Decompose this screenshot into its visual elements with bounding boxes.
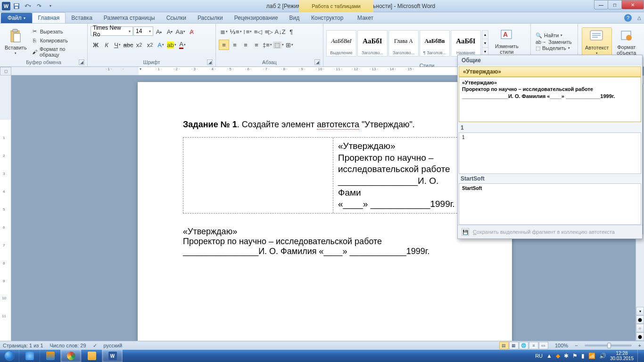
style-item[interactable]: АаБбВв¶ Заголов... <box>420 30 450 57</box>
align-center-button[interactable]: ≡ <box>230 40 240 50</box>
find-button[interactable]: 🔍Найти▾ <box>536 33 572 39</box>
align-right-button[interactable]: ≡ <box>240 40 251 50</box>
clear-formatting-button[interactable]: A̷ <box>186 26 197 37</box>
zoom-out-button[interactable]: − <box>575 343 578 348</box>
format-painter-button[interactable]: 🖌Формат по образцу <box>31 46 85 58</box>
taskbar-ie[interactable] <box>19 350 40 362</box>
tab-mailings[interactable]: Рассылки <box>192 13 229 23</box>
minimize-button[interactable]: — <box>594 0 608 9</box>
tab-insert[interactable]: Вставка <box>66 13 98 23</box>
superscript-button[interactable]: x2 <box>145 40 155 50</box>
view-print-layout[interactable]: ▤ <box>499 342 509 349</box>
tab-pagelayout[interactable]: Разметка страницы <box>98 13 161 23</box>
qat-undo-button[interactable]: ↶▾ <box>23 1 33 11</box>
status-page[interactable]: Страница: 1 из 1 <box>3 343 43 348</box>
style-item[interactable]: АаБбВвІВыделение <box>326 30 356 57</box>
view-web[interactable]: 🌐 <box>519 342 528 349</box>
status-language[interactable]: русский <box>104 343 122 348</box>
tray-app-icon[interactable]: ◆ <box>556 353 560 359</box>
line-spacing-button[interactable]: ‡≡▾ <box>262 40 272 50</box>
strikethrough-button[interactable]: abc <box>123 40 133 50</box>
show-desktop-button[interactable] <box>637 350 641 362</box>
style-item[interactable]: АаБбІЗаголово... <box>357 30 388 57</box>
tray-action-center-icon[interactable]: ⚑ <box>572 353 578 359</box>
grow-font-button[interactable]: A▴ <box>154 26 164 37</box>
gallery-up-button[interactable]: ▴ <box>482 31 488 39</box>
document-table[interactable]: «Утверждаю» Проректор по научно – исслед… <box>183 137 467 214</box>
italic-button[interactable]: К <box>101 40 112 50</box>
numbering-button[interactable]: ⅓≡▾ <box>230 26 242 37</box>
status-words[interactable]: Число слов: 29 <box>50 343 86 348</box>
font-size-combo[interactable]: 14▾ <box>133 26 153 36</box>
scroll-down-button[interactable]: ▾ <box>636 307 644 315</box>
tab-design[interactable]: Конструктор <box>305 13 349 23</box>
taskbar-media[interactable] <box>40 350 60 362</box>
status-proofing-icon[interactable]: ✓ <box>93 343 97 349</box>
tray-battery-icon[interactable]: ▮ <box>581 353 585 359</box>
tab-layout[interactable]: Макет <box>352 13 379 23</box>
copy-button[interactable]: ⎘Копировать <box>31 37 85 44</box>
autotext-item-approve[interactable]: «Утверждаю» <box>459 66 641 77</box>
tray-network-icon[interactable]: 📶 <box>588 353 595 359</box>
tab-view[interactable]: Вид <box>283 13 305 23</box>
replace-button[interactable]: ab→Заменить <box>536 39 572 45</box>
multilevel-button[interactable]: ⫶≡▾ <box>242 26 253 37</box>
clipboard-dialog-launcher[interactable]: ◢ <box>79 59 84 65</box>
table-cell-left[interactable] <box>183 138 333 213</box>
browse-object-button[interactable]: ○ <box>636 324 644 332</box>
bullets-button[interactable]: ≣▾ <box>219 26 229 37</box>
subscript-button[interactable]: x2 <box>134 40 144 50</box>
zoom-slider[interactable] <box>585 345 632 346</box>
borders-button[interactable]: ⊞▾ <box>284 40 295 50</box>
style-item[interactable]: АаБбІНазвание <box>451 30 481 57</box>
autotext-item-1[interactable]: 1 <box>459 132 641 174</box>
help-icon[interactable]: ? <box>624 14 632 22</box>
cut-button[interactable]: ✂Вырезать <box>31 28 85 35</box>
zoom-in-button[interactable]: + <box>638 343 641 348</box>
tray-volume-icon[interactable]: 🔊 <box>599 353 606 359</box>
justify-button[interactable]: ≡ <box>251 40 262 50</box>
style-item[interactable]: Глава АЗаголово... <box>388 30 419 57</box>
close-button[interactable]: ✕ <box>621 0 644 9</box>
tray-clock[interactable]: 12:28 30.03.2015 <box>610 351 634 361</box>
autotext-item-preview[interactable]: «Утверждаю» Проректор по научно – исслед… <box>459 77 641 122</box>
tray-flag-icon[interactable]: ▲ <box>546 353 552 359</box>
shading-button[interactable]: ⬚▾ <box>273 40 284 50</box>
next-page-button[interactable]: ⬤ <box>636 332 644 341</box>
select-button[interactable]: ⬚Выделить▾ <box>536 45 572 51</box>
shrink-font-button[interactable]: A▾ <box>165 26 175 37</box>
font-dialog-launcher[interactable]: ◢ <box>207 59 213 65</box>
show-marks-button[interactable]: ¶ <box>286 26 297 37</box>
text-effects-button[interactable]: A▾ <box>156 40 166 50</box>
paste-button[interactable]: Вставить▾ <box>2 28 30 56</box>
gallery-down-button[interactable]: ▾ <box>482 39 488 48</box>
zoom-level[interactable]: 100% <box>555 343 568 348</box>
tab-home[interactable]: Главная <box>32 12 66 23</box>
document-body-text[interactable]: «Утверждаю» Проректор по научно – исслед… <box>183 227 467 256</box>
bold-button[interactable]: Ж <box>91 40 101 50</box>
paragraph-dialog-launcher[interactable]: ◢ <box>314 59 320 65</box>
view-fullscreen[interactable]: ▦ <box>509 342 519 349</box>
align-left-button[interactable]: ≡ <box>219 40 229 50</box>
vertical-ruler[interactable]: 1 2 3 4 5 6 7 8 9 10 11 <box>0 75 11 341</box>
ruler-corner[interactable]: ◻ <box>0 67 11 75</box>
view-draft[interactable]: ▭ <box>539 342 548 349</box>
page[interactable]: Задание № 1. Создайте элемент автотекста… <box>138 82 512 341</box>
qat-redo-button[interactable]: ↷ <box>34 1 44 11</box>
underline-button[interactable]: Ч▾ <box>112 40 123 50</box>
zoom-slider-thumb[interactable] <box>607 343 611 348</box>
format-object-button[interactable]: Формат объекта <box>614 27 639 57</box>
taskbar-explorer[interactable] <box>81 350 102 362</box>
maximize-button[interactable]: □ <box>608 0 622 9</box>
view-outline[interactable]: ≡ <box>529 342 538 349</box>
taskbar-chrome[interactable] <box>60 350 81 362</box>
autotext-button[interactable]: Автотекст▾ <box>582 27 612 57</box>
minimize-ribbon-button[interactable]: △ <box>637 15 641 20</box>
tray-bluetooth-icon[interactable]: ✱ <box>564 353 569 359</box>
file-tab[interactable]: Файл▾ <box>1 13 32 23</box>
sort-button[interactable]: A↓Z <box>275 26 286 37</box>
tray-language[interactable]: RU <box>535 353 543 359</box>
start-button[interactable] <box>0 350 19 362</box>
highlight-button[interactable]: ab▾ <box>166 40 177 50</box>
tab-review[interactable]: Рецензирование <box>229 13 284 23</box>
